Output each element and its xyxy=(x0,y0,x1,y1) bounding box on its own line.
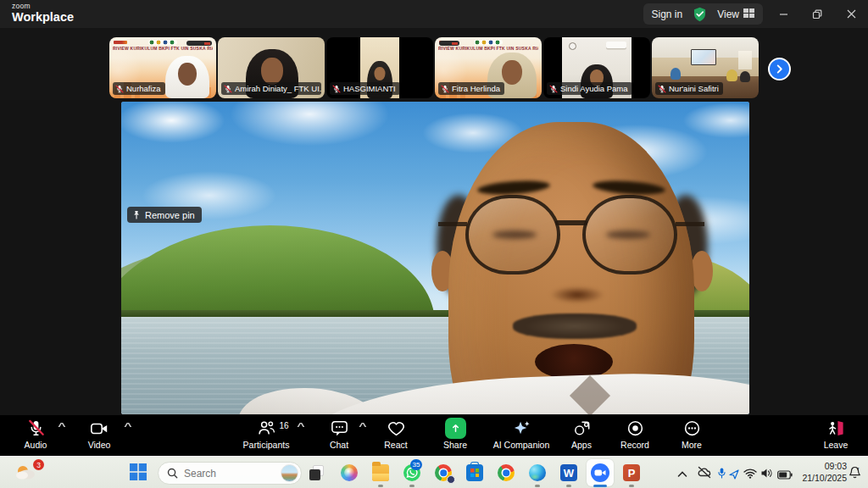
app-icon-file-explorer[interactable] xyxy=(370,463,391,483)
svg-text:z: z xyxy=(857,466,860,471)
restore-icon xyxy=(812,9,822,19)
background-logo-chip xyxy=(114,41,127,44)
weather-widget[interactable]: 3 xyxy=(14,462,42,485)
participants-button[interactable]: 16 Participants xyxy=(234,418,298,455)
face xyxy=(502,60,522,85)
apps-icon xyxy=(572,419,592,438)
minimize-button[interactable] xyxy=(766,0,800,28)
ai-companion-button[interactable]: AI Companion xyxy=(489,418,554,455)
running-indicator xyxy=(535,485,540,487)
search-weather-thumbnail xyxy=(281,464,298,482)
next-page-button[interactable] xyxy=(768,58,791,80)
store-icon xyxy=(466,464,483,481)
taskbar-clock[interactable]: 09:03 21/10/2025 xyxy=(798,461,847,484)
location-in-use-icon[interactable] xyxy=(729,468,739,479)
participant-name-tag: HASGIMIANTI xyxy=(330,82,400,95)
windows-logo-icon xyxy=(129,463,147,481)
more-ellipsis-icon xyxy=(682,419,702,438)
audio-menu-chevron[interactable]: ^ xyxy=(58,422,65,431)
participant-tile-sindi[interactable]: Sindi Ayudia Pama xyxy=(543,37,650,98)
running-indicator xyxy=(629,485,634,487)
security-shield-icon[interactable] xyxy=(693,7,707,22)
notification-bell-icon[interactable]: z xyxy=(849,466,862,480)
muted-mic-icon xyxy=(549,85,558,93)
close-button[interactable] xyxy=(834,0,868,28)
face xyxy=(375,67,386,80)
record-icon xyxy=(626,419,645,438)
active-running-indicator xyxy=(593,485,607,487)
wifi-icon[interactable] xyxy=(743,467,757,478)
zoom-meeting-window: zoom Workplace Sign in View xyxy=(0,0,868,488)
view-button[interactable]: View xyxy=(717,8,754,20)
tray-chevron-up[interactable] xyxy=(677,467,689,479)
glasses-left-arm xyxy=(438,222,467,226)
participant-tile-fitra[interactable]: RIVIEW KURIKULUM BKPI FTK UIN SUSKA RIAU… xyxy=(435,37,542,98)
app-icon-chrome[interactable] xyxy=(496,463,516,483)
wall-clock xyxy=(569,42,576,50)
word-icon: W xyxy=(560,464,577,481)
app-icon-microsoft-store[interactable] xyxy=(465,463,485,483)
brand-workplace: Workplace xyxy=(12,11,74,24)
sign-in-button[interactable]: Sign in xyxy=(652,8,683,20)
react-button[interactable]: React xyxy=(364,418,428,455)
meeting-room-window xyxy=(738,51,752,69)
app-icon-chrome-profile[interactable] xyxy=(433,463,453,483)
leave-label: Leave xyxy=(824,440,849,450)
search-icon xyxy=(167,468,178,479)
muted-mic-icon xyxy=(115,85,124,93)
remove-pin-button[interactable]: Remove pin xyxy=(127,207,202,223)
app-icon-word[interactable]: W xyxy=(559,463,579,483)
apps-label: Apps xyxy=(571,440,592,450)
pinned-speaker-video[interactable] xyxy=(121,102,749,414)
copilot-icon xyxy=(341,464,358,481)
participants-menu-chevron[interactable]: ^ xyxy=(297,422,304,431)
brand-zoom: zoom xyxy=(12,3,74,10)
participant-name: Fitra Herlinda xyxy=(452,84,500,93)
volume-icon[interactable] xyxy=(761,467,774,478)
mic-in-use-icon[interactable] xyxy=(718,467,726,479)
folder-icon xyxy=(372,464,389,481)
muted-mic-icon xyxy=(332,85,341,93)
video-button[interactable]: Video xyxy=(67,418,131,455)
powerpoint-icon: P xyxy=(623,464,640,481)
app-icon-whatsapp[interactable]: 35 xyxy=(402,463,422,483)
taskbar-search[interactable] xyxy=(158,462,302,485)
app-icon-copilot[interactable] xyxy=(339,463,359,483)
nose xyxy=(550,286,604,303)
share-button[interactable]: Share xyxy=(423,418,487,455)
leave-button[interactable]: Leave xyxy=(804,418,868,455)
participant-tile-nurhafiza[interactable]: RIVIEW KURIKULUM BKPI FTK UIN SUSKA RIAU… xyxy=(109,37,216,98)
participant-name-tag: Fitra Herlinda xyxy=(438,82,504,95)
video-menu-chevron[interactable]: ^ xyxy=(124,422,131,431)
search-input[interactable] xyxy=(184,468,275,480)
app-icon-edge[interactable] xyxy=(527,463,548,483)
heart-icon xyxy=(387,419,406,438)
video-label: Video xyxy=(88,440,111,450)
participant-name-tag: Nurhafiza xyxy=(113,82,165,95)
start-button[interactable] xyxy=(129,463,149,483)
participant-tile-nuraini[interactable]: Nur'aini Safitri xyxy=(652,37,759,98)
running-indicator xyxy=(566,485,571,487)
more-button[interactable]: More xyxy=(659,418,724,455)
battery-icon[interactable] xyxy=(777,468,793,477)
app-icon-zoom[interactable] xyxy=(590,463,610,483)
audio-label: Audio xyxy=(25,440,47,450)
windows-taskbar: 3 xyxy=(0,456,868,488)
chevron-right-icon xyxy=(775,64,784,74)
task-view-front-square xyxy=(309,469,320,480)
restore-button[interactable] xyxy=(800,0,834,28)
participant-tile-amirah[interactable]: Amirah Diniaty_ FTK UI... xyxy=(218,37,325,98)
share-screen-icon xyxy=(445,418,466,439)
record-button[interactable]: Record xyxy=(603,418,667,455)
zoom-workplace-logo: zoom Workplace xyxy=(12,3,74,23)
participant-figure xyxy=(165,56,209,98)
onedrive-paused-icon[interactable] xyxy=(697,466,712,480)
clock-date: 21/10/2025 xyxy=(798,473,847,485)
app-icon-powerpoint[interactable]: P xyxy=(621,463,642,483)
participant-tile-hasgimianti[interactable]: HASGIMIANTI xyxy=(326,37,433,98)
chrome-icon xyxy=(498,464,515,481)
chat-label: Chat xyxy=(330,440,348,450)
app-icon-task-view[interactable] xyxy=(308,463,328,483)
share-label: Share xyxy=(443,440,467,450)
muted-mic-icon xyxy=(658,85,666,93)
